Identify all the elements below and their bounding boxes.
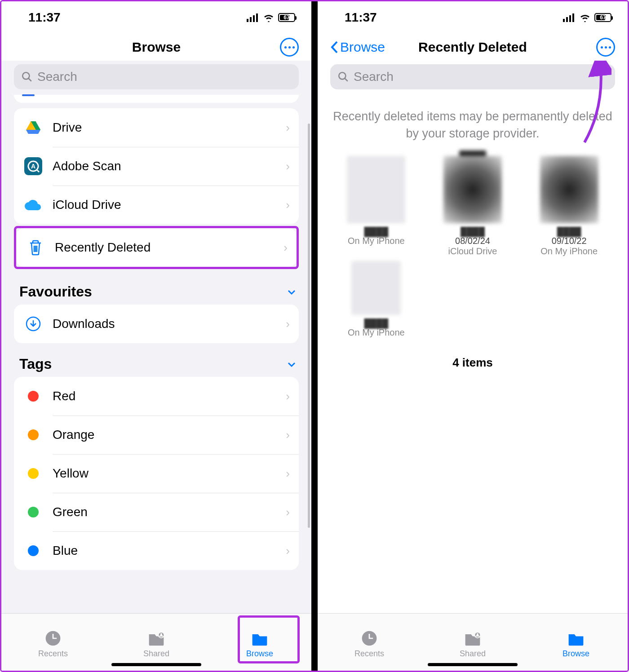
tab-recents[interactable]: Recents <box>1 614 105 671</box>
file-location: On My iPhone <box>348 327 405 338</box>
tab-bar: Recents Shared Browse <box>318 613 628 671</box>
file-name: ████ <box>557 227 581 236</box>
more-button[interactable] <box>596 38 615 57</box>
file-date: 08/02/24 <box>455 236 490 246</box>
status-time: 11:37 <box>345 10 377 25</box>
chevron-right-icon: › <box>286 389 290 403</box>
shared-folder-icon <box>463 629 483 647</box>
tag-label: Yellow <box>53 466 286 481</box>
file-item[interactable]: ████ 08/02/24 iCloud Drive <box>427 156 519 256</box>
info-text: Recently deleted items may be permanentl… <box>318 95 628 151</box>
chevron-right-icon: › <box>286 467 290 481</box>
status-indicators: 67 <box>247 13 295 22</box>
file-location: On My iPhone <box>540 246 598 256</box>
downloads-icon <box>23 314 44 334</box>
tag-row-orange[interactable]: Orange › <box>14 416 299 454</box>
file-name: ████ <box>364 227 388 236</box>
tags-list: Red › Orange › Yellow › Green › Blue <box>14 377 299 570</box>
svg-rect-23 <box>569 15 571 22</box>
location-label: iCloud Drive <box>53 198 286 212</box>
chevron-right-icon: › <box>286 317 290 331</box>
chevron-right-icon: › <box>286 544 290 558</box>
cellular-icon <box>247 13 259 22</box>
file-thumbnail <box>540 156 598 223</box>
tab-label: Recents <box>354 649 384 659</box>
location-label: Adobe Scan <box>53 159 286 173</box>
search-placeholder: Search <box>37 70 77 84</box>
highlight-recently-deleted: Recently Deleted › <box>14 226 299 269</box>
tag-color-icon <box>23 502 44 522</box>
tab-browse[interactable]: Browse <box>524 614 628 671</box>
page-title: Browse <box>1 40 311 55</box>
screenshot-divider <box>311 1 318 671</box>
status-indicators: 67 <box>563 13 611 22</box>
chevron-down-icon <box>286 287 297 297</box>
chevron-right-icon: › <box>286 198 290 212</box>
scroll-indicator[interactable] <box>308 124 310 528</box>
svg-point-30 <box>477 633 479 636</box>
file-thumbnail <box>351 261 401 315</box>
tag-color-icon <box>23 386 44 407</box>
home-indicator[interactable] <box>111 663 201 666</box>
svg-rect-24 <box>572 13 574 22</box>
tag-row-yellow[interactable]: Yellow › <box>14 454 299 493</box>
tags-header[interactable]: Tags <box>1 343 311 377</box>
folder-icon <box>566 629 586 647</box>
recently-deleted-content: Search Recently deleted items may be per… <box>318 61 628 613</box>
favourites-header[interactable]: Favourites <box>1 271 311 305</box>
tag-label: Green <box>53 505 286 519</box>
wifi-icon <box>579 13 591 22</box>
tag-row-red[interactable]: Red › <box>14 377 299 416</box>
chevron-left-icon <box>330 40 339 54</box>
shared-folder-icon <box>146 629 166 647</box>
file-item[interactable]: ████ On My iPhone <box>330 261 422 338</box>
file-name: ████ <box>364 318 388 327</box>
clock-icon <box>43 629 63 647</box>
adobe-scan-icon: A <box>23 156 44 177</box>
file-item[interactable]: ████ On My iPhone <box>330 156 422 256</box>
tab-recents[interactable]: Recents <box>318 614 421 671</box>
search-icon <box>21 71 33 83</box>
drive-icon <box>23 117 44 138</box>
tab-browse[interactable]: Browse <box>208 614 311 671</box>
file-location: iCloud Drive <box>448 246 497 256</box>
location-label: Recently Deleted <box>55 240 283 255</box>
tag-label: Red <box>53 389 286 403</box>
locations-list: Drive › A Adobe Scan › iCloud Drive › <box>14 108 299 224</box>
home-indicator[interactable] <box>428 663 518 666</box>
item-count: 4 items <box>318 342 628 374</box>
browse-content: Search Drive › A Adobe Scan › <box>1 61 311 613</box>
favourites-list: Downloads › <box>14 305 299 343</box>
more-button[interactable] <box>280 38 299 57</box>
tab-shared[interactable]: Shared <box>421 614 524 671</box>
status-time: 11:37 <box>28 10 61 25</box>
svg-rect-3 <box>256 13 258 22</box>
location-row-drive[interactable]: Drive › <box>14 108 299 147</box>
tag-color-icon <box>23 424 44 445</box>
back-button[interactable]: Browse <box>330 40 385 55</box>
search-icon <box>337 71 349 83</box>
status-bar: 11:37 67 <box>1 1 311 34</box>
location-row-adobe[interactable]: A Adobe Scan › <box>14 147 299 186</box>
tab-shared[interactable]: Shared <box>105 614 208 671</box>
svg-point-25 <box>339 72 346 79</box>
phone-recently-deleted-screen: 11:37 67 Browse Recently Deleted Search … <box>318 1 628 671</box>
tag-label: Blue <box>53 544 286 558</box>
tag-row-green[interactable]: Green › <box>14 493 299 531</box>
favourites-row-downloads[interactable]: Downloads › <box>14 305 299 343</box>
tag-row-blue[interactable]: Blue › <box>14 531 299 570</box>
search-input[interactable]: Search <box>330 64 615 89</box>
tab-label: Browse <box>246 649 273 659</box>
clock-icon <box>359 629 379 647</box>
nav-header: Browse <box>1 34 311 61</box>
chevron-down-icon <box>286 359 297 370</box>
file-item[interactable]: ████ 09/10/22 On My iPhone <box>523 156 615 256</box>
location-row-icloud[interactable]: iCloud Drive › <box>14 186 299 224</box>
location-row-recently-deleted[interactable]: Recently Deleted › <box>16 228 297 267</box>
chevron-right-icon: › <box>286 121 290 135</box>
svg-point-4 <box>22 72 29 79</box>
favourite-label: Downloads <box>53 317 286 331</box>
file-location: On My iPhone <box>348 236 405 246</box>
location-label: Drive <box>53 120 286 135</box>
search-input[interactable]: Search <box>14 64 299 89</box>
